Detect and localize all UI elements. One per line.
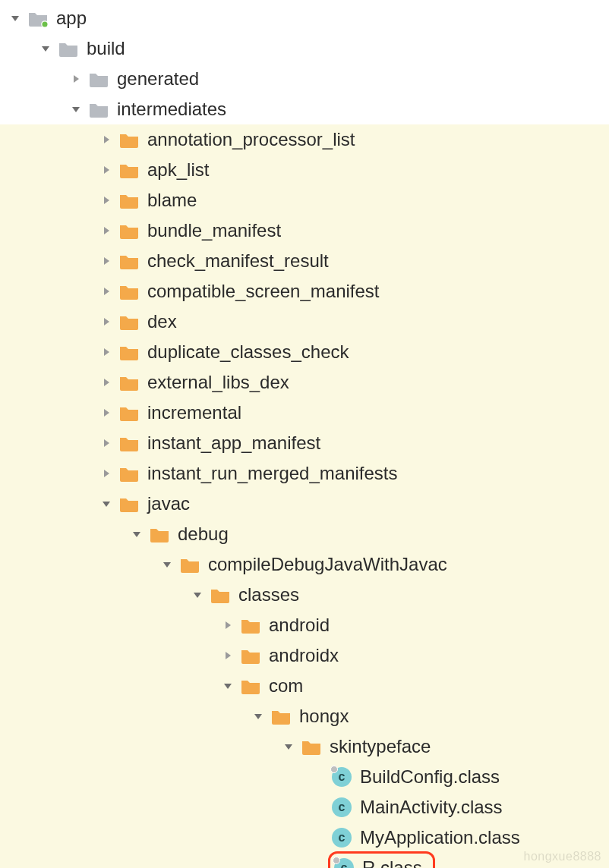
disclosure-expanded-icon[interactable] [97, 495, 115, 513]
tree-item-label: BuildConfig.class [360, 766, 500, 788]
tree-item-label: bundle_manifest [147, 220, 281, 241]
tree-row[interactable]: external_libs_dex [0, 367, 609, 398]
disclosure-collapsed-icon[interactable] [67, 70, 85, 88]
disclosure-collapsed-icon[interactable] [219, 616, 237, 634]
tree-row[interactable]: hongx [0, 701, 609, 731]
disclosure-expanded-icon[interactable] [249, 707, 267, 725]
svg-marker-7 [104, 197, 109, 204]
folder-icon [88, 68, 109, 90]
tree-item-label: debug [178, 524, 229, 545]
svg-marker-20 [194, 593, 201, 598]
tree-row[interactable]: compatible_screen_manifest [0, 276, 609, 307]
folder-icon [118, 281, 140, 302]
disclosure-collapsed-icon[interactable] [97, 434, 115, 452]
tree-item-label: duplicate_classes_check [147, 341, 349, 363]
svg-marker-21 [226, 621, 231, 629]
tree-row[interactable]: compileDebugJavaWithJavac [0, 549, 609, 580]
tree-row[interactable]: intermediates [0, 94, 609, 124]
tree-item-label: apk_list [147, 159, 209, 181]
disclosure-collapsed-icon[interactable] [97, 252, 115, 270]
tree-item-label: blame [147, 190, 197, 211]
tree-row[interactable]: javac [0, 489, 609, 519]
tree-row[interactable]: com [0, 671, 609, 701]
folder-icon [118, 250, 140, 272]
tree-item-label: compileDebugJavaWithJavac [208, 554, 447, 575]
disclosure-expanded-icon[interactable] [67, 100, 85, 118]
tree-row[interactable]: generated [0, 64, 609, 94]
project-tree[interactable]: appbuildgeneratedintermediatesannotation… [0, 0, 609, 868]
disclosure-collapsed-icon[interactable] [97, 313, 115, 331]
tree-row[interactable]: androidx [0, 640, 609, 671]
tree-row[interactable]: dex [0, 307, 609, 337]
highlighted-file: cR.class [328, 851, 435, 868]
folder-icon [118, 372, 140, 393]
disclosure-collapsed-icon[interactable] [97, 464, 115, 483]
tree-row[interactable]: apk_list [0, 155, 609, 185]
svg-marker-16 [104, 470, 109, 477]
svg-marker-24 [254, 714, 262, 719]
tree-item-label: skintypeface [330, 736, 431, 757]
folder-icon [270, 706, 292, 727]
disclosure-collapsed-icon[interactable] [97, 161, 115, 179]
tree-row[interactable]: android [0, 610, 609, 640]
tree-row[interactable]: incremental [0, 398, 609, 428]
tree-row[interactable]: cR.class [0, 853, 609, 868]
tree-item-label: android [269, 615, 330, 636]
svg-marker-12 [104, 348, 109, 356]
class-file-icon: c [331, 827, 352, 848]
folder-icon [210, 584, 231, 605]
tree-row[interactable]: skintypeface [0, 731, 609, 762]
tree-row[interactable]: build [0, 33, 609, 64]
disclosure-expanded-icon[interactable] [6, 9, 24, 27]
class-file-icon: c [333, 857, 355, 868]
svg-marker-22 [226, 652, 231, 659]
disclosure-expanded-icon[interactable] [219, 677, 237, 695]
tree-row[interactable]: classes [0, 580, 609, 610]
folder-icon [240, 645, 261, 666]
disclosure-expanded-icon[interactable] [279, 737, 298, 756]
disclosure-collapsed-icon[interactable] [97, 343, 115, 361]
folder-icon [118, 159, 140, 181]
disclosure-collapsed-icon[interactable] [219, 646, 237, 665]
disclosure-expanded-icon[interactable] [36, 39, 55, 58]
svg-marker-6 [104, 166, 109, 174]
folder-icon [240, 675, 261, 697]
tree-row[interactable]: debug [0, 519, 609, 549]
tree-item-label: external_libs_dex [147, 372, 289, 393]
svg-marker-4 [72, 107, 80, 112]
tree-row[interactable]: instant_app_manifest [0, 428, 609, 458]
disclosure-expanded-icon[interactable] [188, 586, 207, 604]
tree-row[interactable]: cMainActivity.class [0, 792, 609, 822]
module-folder-icon [27, 8, 49, 29]
folder-icon [118, 129, 140, 150]
folder-icon [118, 432, 140, 454]
disclosure-expanded-icon[interactable] [128, 525, 146, 543]
tree-row[interactable]: check_manifest_result [0, 246, 609, 276]
tree-item-label: intermediates [117, 99, 226, 120]
disclosure-expanded-icon[interactable] [158, 555, 176, 574]
tree-row[interactable]: cBuildConfig.class [0, 762, 609, 792]
disclosure-collapsed-icon[interactable] [97, 282, 115, 300]
tree-row[interactable]: annotation_processor_list [0, 124, 609, 155]
disclosure-collapsed-icon[interactable] [97, 404, 115, 422]
tree-item-label: check_manifest_result [147, 250, 329, 272]
svg-marker-13 [104, 379, 109, 386]
disclosure-collapsed-icon[interactable] [97, 222, 115, 240]
tree-row[interactable]: cMyApplication.class [0, 822, 609, 853]
tree-item-label: generated [117, 68, 199, 90]
tree-row[interactable]: app [0, 3, 609, 33]
disclosure-collapsed-icon[interactable] [97, 191, 115, 209]
disclosure-collapsed-icon[interactable] [97, 131, 115, 149]
svg-marker-9 [104, 257, 109, 265]
tree-row[interactable]: bundle_manifest [0, 215, 609, 246]
tree-item-label: incremental [147, 402, 241, 423]
folder-icon [179, 554, 200, 575]
tree-item-label: com [269, 675, 303, 697]
folder-icon [118, 402, 140, 423]
tree-row[interactable]: instant_run_merged_manifests [0, 458, 609, 489]
tree-item-label: MainActivity.class [360, 797, 503, 818]
disclosure-collapsed-icon[interactable] [97, 373, 115, 392]
tree-row[interactable]: blame [0, 185, 609, 215]
tree-item-label: dex [147, 311, 177, 332]
tree-row[interactable]: duplicate_classes_check [0, 337, 609, 367]
